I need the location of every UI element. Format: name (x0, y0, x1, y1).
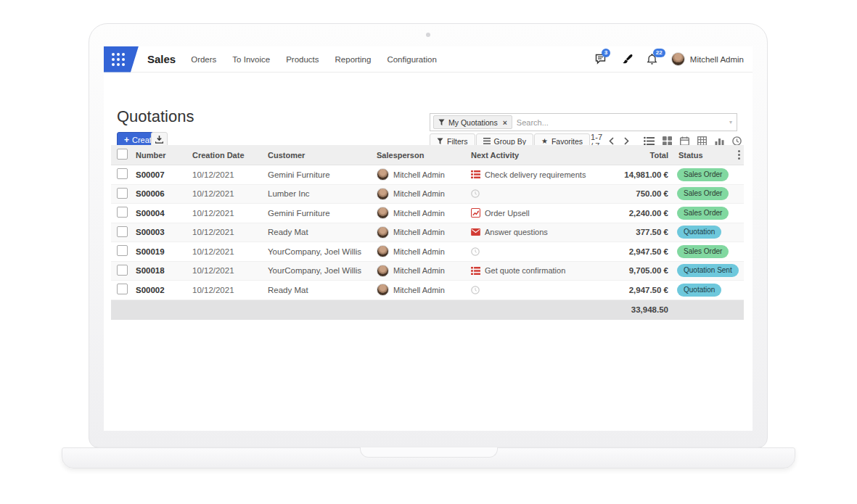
salesperson-avatar (377, 245, 389, 257)
list-icon (471, 266, 480, 276)
row-salesperson: Mitchell Admin (377, 265, 462, 277)
select-all-checkbox[interactable] (117, 149, 128, 160)
user-avatar (671, 52, 685, 66)
column-header-status[interactable]: Status (668, 151, 744, 160)
next-activity-label: Check delivery requirements (485, 170, 586, 179)
row-customer: YourCompany, Joel Willis (268, 266, 377, 275)
row-checkbox[interactable] (117, 245, 128, 256)
quotations-table: Number Creation Date Customer Salesperso… (111, 145, 744, 320)
row-number: S00007 (136, 170, 192, 179)
messages-count-badge: 3 (602, 49, 610, 57)
quotation-row[interactable]: S00018 10/12/2021 YourCompany, Joel Will… (111, 262, 744, 281)
laptop-base (62, 447, 795, 468)
filter-funnel-icon (438, 119, 445, 126)
laptop-camera-dot (426, 33, 430, 37)
row-checkbox[interactable] (117, 207, 128, 218)
salesperson-avatar (377, 168, 389, 181)
row-next-activity[interactable]: Get quote confirmation (462, 266, 602, 276)
row-checkbox[interactable] (117, 226, 128, 237)
search-bar[interactable]: My Quotations × ▾ (430, 113, 737, 131)
row-next-activity[interactable]: Order Upsell (462, 208, 602, 218)
search-input[interactable] (517, 118, 725, 127)
row-checkbox[interactable] (117, 168, 128, 179)
remove-facet-button[interactable]: × (503, 118, 507, 127)
row-creation-date: 10/12/2021 (192, 247, 268, 256)
app-screen: Sales Orders To Invoice Products Reporti… (104, 46, 753, 431)
activities-count-badge: 22 (653, 49, 665, 57)
search-dropdown-caret[interactable]: ▾ (729, 119, 734, 125)
row-number: S00018 (136, 266, 192, 275)
row-total: 750.00 € (602, 189, 668, 198)
status-badge: Sales Order (677, 245, 729, 258)
user-menu[interactable]: Mitchell Admin (671, 52, 744, 66)
row-customer: Gemini Furniture (268, 170, 377, 179)
column-header-next-activity[interactable]: Next Activity (462, 151, 602, 160)
row-checkbox[interactable] (117, 265, 128, 276)
navbar-systray: 3 22 (595, 52, 753, 66)
row-next-activity[interactable]: Answer questions (462, 228, 602, 236)
status-badge: Quotation (677, 284, 721, 297)
apps-grid-icon (112, 53, 125, 66)
row-next-activity[interactable] (462, 247, 602, 256)
top-navbar: Sales Orders To Invoice Products Reporti… (104, 46, 753, 73)
table-header-row: Number Creation Date Customer Salesperso… (111, 145, 744, 165)
row-next-activity[interactable]: Check delivery requirements (462, 170, 602, 179)
menu-orders[interactable]: Orders (191, 55, 216, 64)
quotation-row[interactable]: S00004 10/12/2021 Gemini Furniture Mitch… (111, 204, 744, 223)
activities-button[interactable]: 22 (647, 54, 657, 65)
pager-previous-button[interactable] (604, 137, 619, 145)
quotation-row[interactable]: S00003 10/12/2021 Ready Mat Mitchell Adm… (111, 223, 744, 243)
chevron-left-icon (609, 137, 614, 145)
quotation-row[interactable]: S00006 10/12/2021 Lumber Inc Mitchell Ad… (111, 185, 744, 205)
row-checkbox[interactable] (117, 188, 128, 199)
chart-icon (471, 208, 480, 218)
row-salesperson: Mitchell Admin (377, 188, 462, 200)
row-creation-date: 10/12/2021 (192, 170, 268, 179)
row-creation-date: 10/12/2021 (192, 189, 268, 198)
row-customer: Ready Mat (268, 228, 377, 236)
row-number: S00019 (136, 247, 192, 256)
row-next-activity[interactable] (462, 286, 602, 294)
column-header-creation-date[interactable]: Creation Date (192, 151, 268, 160)
column-header-number[interactable]: Number (136, 151, 192, 160)
download-icon (155, 136, 163, 144)
next-activity-label: Get quote confirmation (485, 266, 565, 275)
row-customer: Ready Mat (268, 286, 377, 294)
column-header-salesperson[interactable]: Salesperson (377, 151, 462, 160)
table-body: S00007 10/12/2021 Gemini Furniture Mitch… (111, 165, 744, 300)
menu-products[interactable]: Products (286, 55, 319, 64)
clock-icon (471, 247, 480, 256)
apps-menu-button[interactable] (104, 46, 139, 73)
row-number: S00002 (136, 286, 192, 294)
search-facet: My Quotations × (433, 115, 512, 129)
salesperson-avatar (377, 207, 389, 219)
status-badge: Sales Order (677, 168, 729, 181)
row-customer: Gemini Furniture (268, 209, 377, 218)
status-badge: Quotation (677, 226, 721, 239)
quotation-row[interactable]: S00019 10/12/2021 YourCompany, Joel Will… (111, 242, 744, 262)
messages-button[interactable]: 3 (595, 54, 607, 65)
column-header-customer[interactable]: Customer (268, 151, 377, 160)
row-salesperson: Mitchell Admin (377, 168, 462, 181)
brush-button[interactable] (621, 54, 633, 65)
menu-configuration[interactable]: Configuration (387, 55, 436, 64)
pager-next-button[interactable] (619, 137, 634, 145)
laptop-base-notch (360, 447, 498, 458)
row-checkbox[interactable] (117, 284, 128, 294)
row-number: S00003 (136, 228, 192, 236)
app-name[interactable]: Sales (147, 53, 176, 65)
optional-columns-toggle-icon[interactable] (737, 149, 742, 161)
clock-icon (471, 189, 480, 198)
column-header-total[interactable]: Total (602, 151, 668, 160)
row-next-activity[interactable] (462, 189, 602, 198)
row-salesperson: Mitchell Admin (377, 207, 462, 219)
salesperson-name: Mitchell Admin (393, 189, 445, 198)
filters-funnel-icon (437, 138, 443, 145)
footer-total-sum: 33,948.50 (602, 305, 668, 314)
quotation-row[interactable]: S00007 10/12/2021 Gemini Furniture Mitch… (111, 165, 744, 185)
menu-to-invoice[interactable]: To Invoice (232, 55, 270, 64)
row-customer: YourCompany, Joel Willis (268, 247, 377, 256)
quotation-row[interactable]: S00002 10/12/2021 Ready Mat Mitchell Adm… (111, 281, 744, 300)
salesperson-avatar (377, 265, 389, 277)
menu-reporting[interactable]: Reporting (335, 55, 372, 64)
